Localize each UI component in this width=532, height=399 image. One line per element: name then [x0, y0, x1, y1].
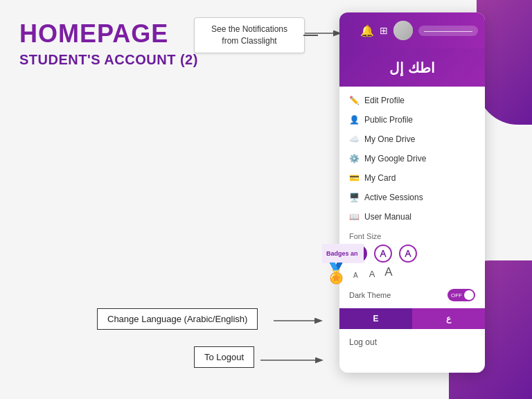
menu-item-user-manual[interactable]: 📖 User Manual: [339, 207, 485, 227]
logout-callout: To Logout: [194, 346, 254, 368]
dark-theme-label: Dark Theme: [349, 291, 391, 299]
user-icon: 👤: [349, 115, 359, 125]
font-size-medium-circle[interactable]: [374, 245, 392, 263]
cloud-icon: ☁️: [349, 134, 359, 144]
app-header: 🔔 ⊞ ———————: [339, 12, 485, 48]
change-language-arrow: [274, 314, 329, 328]
avatar[interactable]: [393, 21, 413, 40]
book-icon: 📖: [349, 212, 359, 222]
grid-icon[interactable]: ⊞: [380, 25, 388, 36]
toggle-knob: [464, 290, 474, 300]
font-size-options: [349, 245, 475, 263]
menu-label-mycard: My Card: [364, 173, 396, 183]
menu-label-edit-profile: Edit Profile: [364, 96, 405, 105]
font-size-large-circle[interactable]: [399, 245, 417, 263]
monitor-icon: 🖥️: [349, 193, 359, 202]
user-name: ———————: [418, 26, 478, 36]
google-drive-icon: ⚙️: [349, 154, 359, 163]
page-title: HOMEPAGE: [19, 19, 168, 48]
menu-item-onedrive[interactable]: ☁️ My One Drive: [339, 130, 485, 149]
logout-arrow: [260, 353, 330, 367]
menu-label-onedrive: My One Drive: [364, 134, 415, 144]
app-banner: اطك إل: [339, 48, 485, 87]
badges-label: Badges an: [326, 250, 358, 257]
font-a-large: A: [384, 265, 392, 279]
menu-item-active-sessions[interactable]: 🖥️ Active Sessions: [339, 188, 485, 207]
menu-label-public-profile: Public Profile: [364, 115, 413, 125]
dark-theme-row: Dark Theme OFF: [339, 285, 485, 305]
menu-item-googledrive[interactable]: ⚙️ My Google Drive: [339, 149, 485, 168]
font-a-small: A: [353, 272, 358, 279]
font-a-medium: A: [369, 269, 375, 279]
menu-item-edit-profile[interactable]: ✏️ Edit Profile: [339, 91, 485, 110]
toggle-off-label: OFF: [451, 292, 462, 299]
dropdown-menu: ✏️ Edit Profile 👤 Public Profile ☁️ My O…: [339, 87, 485, 357]
menu-label-googledrive: My Google Drive: [364, 154, 426, 163]
logout-row[interactable]: Log out: [339, 332, 485, 353]
badge-bookmark-icon: 🏅: [324, 262, 348, 285]
badges-area: Badges an: [322, 244, 364, 263]
language-english-btn[interactable]: E: [339, 308, 412, 329]
edit-icon: ✏️: [349, 96, 359, 105]
language-arabic-btn[interactable]: ع: [412, 308, 485, 329]
font-size-letter-labels: A A A: [349, 265, 475, 279]
menu-item-mycard[interactable]: 💳 My Card: [339, 168, 485, 188]
app-mockup: 🔔 ⊞ ——————— اطك إل ✏️ Edit Profile 👤 Pub…: [339, 12, 485, 373]
menu-item-public-profile[interactable]: 👤 Public Profile: [339, 110, 485, 130]
dark-theme-toggle[interactable]: OFF: [447, 289, 475, 301]
notification-callout: See the Notifications from Classlight: [194, 17, 305, 53]
card-icon: 💳: [349, 173, 359, 183]
language-row: E ع: [339, 308, 485, 329]
menu-label-active-sessions: Active Sessions: [364, 193, 423, 202]
menu-label-user-manual: User Manual: [364, 212, 411, 222]
change-language-callout: Change Language (Arabic/English): [97, 308, 258, 330]
font-size-label: Font Size: [349, 232, 475, 240]
page-subtitle: STUDENT'S ACCOUNT (2): [19, 52, 198, 68]
bell-icon[interactable]: 🔔: [360, 24, 374, 37]
main-content: HOMEPAGE STUDENT'S ACCOUNT (2) See the N…: [0, 0, 532, 399]
